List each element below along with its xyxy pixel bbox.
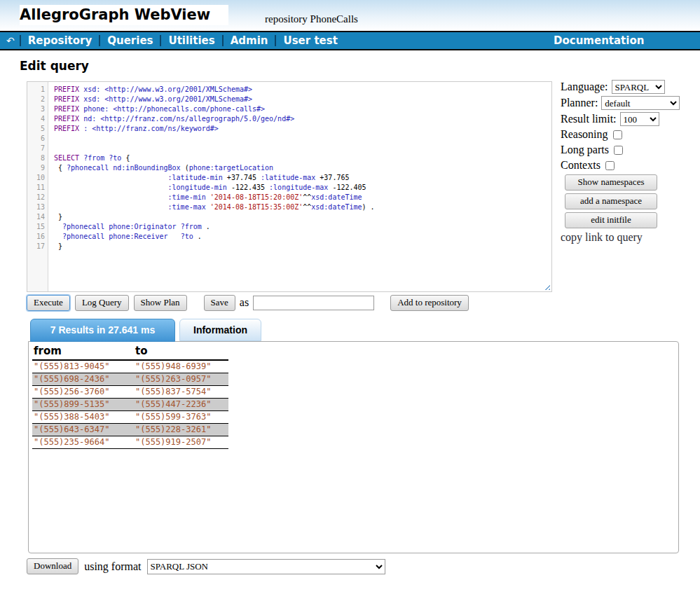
editor-line-numbers: 1234567891011121314151617 xyxy=(27,82,48,291)
nav-items: RepositoryQueriesUtilitiesAdminUser test xyxy=(19,34,344,47)
format-select[interactable]: SPARQL JSON xyxy=(147,559,385,574)
line-number: 4 xyxy=(27,114,45,124)
line-number: 15 xyxy=(27,222,45,232)
table-cell: "(555)698-2436" xyxy=(32,373,134,386)
code-line: ?phonecall phone:Originator ?from . xyxy=(54,222,551,232)
execute-button[interactable]: Execute xyxy=(27,295,70,311)
nav-item-admin[interactable]: Admin xyxy=(224,34,275,47)
table-cell: "(555)447-2236" xyxy=(134,399,228,411)
download-row: Download using format SPARQL JSON xyxy=(27,558,385,574)
table-cell: "(555)599-3763" xyxy=(134,411,228,424)
page-title: Edit query xyxy=(20,59,89,73)
nav-item-utilities[interactable]: Utilities xyxy=(162,34,221,47)
table-cell: "(555)228-3261" xyxy=(134,424,228,436)
planner-select[interactable]: default xyxy=(601,96,680,110)
long-parts-checkbox[interactable] xyxy=(614,146,623,155)
results-tabs: 7 Results in 27.641 ms Information xyxy=(30,319,261,342)
back-icon[interactable]: ↶ xyxy=(6,35,15,46)
nav-item-documentation[interactable]: Documentation xyxy=(554,34,644,47)
table-cell: "(555)643-6347" xyxy=(32,424,134,436)
nav-item-user-test[interactable]: User test xyxy=(277,34,343,47)
contexts-label: Contexts xyxy=(561,159,601,172)
code-line: { ?phonecall nd:inBoundingBox (phone:tar… xyxy=(54,163,551,173)
line-number: 7 xyxy=(27,144,45,153)
code-line: :time-min '2014-08-18T15:20:00Z'^^xsd:da… xyxy=(54,193,551,202)
tab-information[interactable]: Information xyxy=(179,319,261,341)
reasoning-checkbox[interactable] xyxy=(613,130,622,139)
reasoning-label: Reasoning xyxy=(561,128,608,141)
table-cell: "(555)813-9045" xyxy=(32,360,134,373)
line-number: 14 xyxy=(27,212,45,222)
results-table: from to "(555)813-9045""(555)948-6939""(… xyxy=(32,344,228,449)
code-line: PREFIX xsd: <http://www.w3.org/2001/XMLS… xyxy=(54,95,551,104)
line-number: 11 xyxy=(27,183,45,193)
table-cell: "(555)263-0957" xyxy=(134,373,228,386)
line-number: 13 xyxy=(27,202,45,212)
line-number: 2 xyxy=(27,95,45,104)
code-line xyxy=(54,144,551,153)
repository-label: repository PhoneCalls xyxy=(265,13,358,25)
add-to-repository-button[interactable]: Add to repository xyxy=(390,295,469,311)
line-number: 6 xyxy=(27,134,45,144)
planner-label: Planner: xyxy=(561,97,598,109)
code-line: } xyxy=(54,242,551,251)
column-header-from: from xyxy=(32,344,134,360)
table-row: "(555)643-6347""(555)228-3261" xyxy=(32,424,228,436)
code-line: ?phonecall phone:Receiver ?to . xyxy=(54,232,551,242)
long-parts-label: Long parts xyxy=(561,144,609,156)
contexts-checkbox[interactable] xyxy=(605,161,615,170)
table-cell: "(555)948-6939" xyxy=(134,360,228,373)
line-number: 12 xyxy=(27,193,45,202)
resize-grip[interactable] xyxy=(542,282,550,290)
language-select[interactable]: SPARQL xyxy=(612,80,665,94)
column-header-to: to xyxy=(134,344,228,360)
download-button[interactable]: Download xyxy=(27,558,78,574)
line-number: 8 xyxy=(27,153,45,163)
language-label: Language: xyxy=(561,81,608,93)
nav-divider xyxy=(222,35,224,46)
query-options-panel: Language: SPARQL Planner: default Result… xyxy=(561,80,690,244)
code-line: :latitude-min +37.745 :latitude-max +37.… xyxy=(54,173,551,183)
table-cell: "(555)837-5754" xyxy=(134,386,228,399)
table-cell: "(555)919-2507" xyxy=(134,436,228,449)
save-as-label: as xyxy=(240,296,249,309)
save-name-input[interactable] xyxy=(253,296,374,310)
navbar: ↶ RepositoryQueriesUtilitiesAdminUser te… xyxy=(0,31,700,50)
show-namespaces-button[interactable]: Show namespaces xyxy=(565,174,657,191)
nav-divider xyxy=(99,35,100,46)
save-button[interactable]: Save xyxy=(204,295,235,311)
copy-link-to-query[interactable]: copy link to query xyxy=(561,231,690,244)
code-line: :time-max '2014-08-18T15:35:00Z'^^xsd:da… xyxy=(54,202,551,212)
code-line: } xyxy=(54,212,551,222)
code-line: SELECT ?from ?to { xyxy=(54,153,551,163)
result-limit-select[interactable]: 100 xyxy=(620,112,659,126)
nav-divider xyxy=(275,35,276,46)
line-number: 3 xyxy=(27,104,45,114)
action-row: Execute Log Query Show Plan Save as Add … xyxy=(27,294,469,311)
header: AllegroGraph WebView repository PhoneCal… xyxy=(0,0,700,31)
nav-item-repository[interactable]: Repository xyxy=(22,34,99,47)
line-number: 5 xyxy=(27,124,45,134)
code-line xyxy=(54,134,551,144)
code-line: PREFIX nd: <http://franz.com/ns/allegrog… xyxy=(54,114,551,124)
add-namespace-button[interactable]: add a namespace xyxy=(565,193,657,209)
query-editor[interactable]: 1234567891011121314151617 PREFIX xsd: <h… xyxy=(27,81,552,292)
table-cell: "(555)256-3760" xyxy=(32,386,134,399)
edit-initfile-button[interactable]: edit initfile xyxy=(565,212,657,228)
result-limit-label: Result limit: xyxy=(561,113,617,125)
tab-results[interactable]: 7 Results in 27.641 ms xyxy=(30,319,175,342)
editor-code-area[interactable]: PREFIX xsd: <http://www.w3.org/2001/XMLS… xyxy=(48,82,551,291)
line-number: 16 xyxy=(27,232,45,242)
nav-item-queries[interactable]: Queries xyxy=(101,34,159,47)
log-query-button[interactable]: Log Query xyxy=(75,295,129,311)
table-row: "(555)813-9045""(555)948-6939" xyxy=(32,360,228,373)
code-line: :longitude-min -122.435 :longitude-max -… xyxy=(54,183,551,193)
table-row: "(555)899-5135""(555)447-2236" xyxy=(32,399,228,411)
table-row: "(555)235-9664""(555)919-2507" xyxy=(32,436,228,449)
table-cell: "(555)899-5135" xyxy=(32,399,134,411)
line-number: 9 xyxy=(27,163,45,173)
nav-divider xyxy=(20,35,21,46)
show-plan-button[interactable]: Show Plan xyxy=(134,295,187,311)
line-number: 10 xyxy=(27,173,45,183)
app-title: AllegroGraph WebView xyxy=(20,5,228,25)
